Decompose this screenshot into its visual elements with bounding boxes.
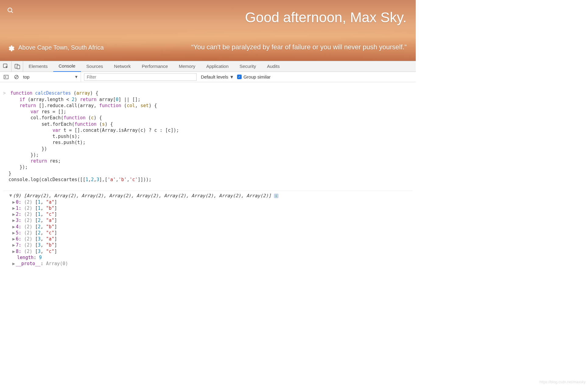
tab-memory[interactable]: Memory — [173, 61, 201, 72]
log-levels-selector[interactable]: Default levels ▼ — [201, 74, 234, 79]
quote-text: “You can't be paralyzed by fear of failu… — [191, 43, 407, 51]
svg-point-0 — [8, 8, 12, 12]
location-caption: Above Cape Town, South Africa — [18, 44, 104, 51]
svg-line-7 — [15, 76, 18, 78]
array-entry[interactable]: ▶1: (2) [1, "b"] — [3, 205, 413, 211]
console-input-code: > function calcDescartes (array) { if (a… — [3, 90, 413, 183]
array-entry[interactable]: ▶6: (2) [3, "a"] — [3, 236, 413, 242]
chevron-down-icon: ▼ — [74, 75, 78, 79]
tab-elements[interactable]: Elements — [23, 61, 53, 72]
hero-banner: Good afternoon, Max Sky. Above Cape Town… — [0, 0, 416, 61]
array-entry[interactable]: ▶7: (2) [3, "b"] — [3, 242, 413, 248]
svg-line-1 — [11, 11, 13, 13]
inspect-element-icon[interactable] — [0, 61, 12, 72]
search-icon[interactable] — [7, 7, 14, 14]
svg-rect-4 — [17, 65, 20, 69]
tab-network[interactable]: Network — [109, 61, 136, 72]
array-entry[interactable]: ▶4: (2) [2, "b"] — [3, 224, 413, 230]
greeting-text: Good afternoon, Max Sky. — [245, 9, 407, 26]
group-label: Group similar — [243, 74, 271, 79]
tab-sources[interactable]: Sources — [81, 61, 109, 72]
tab-security[interactable]: Security — [234, 61, 261, 72]
console-toolbar: top ▼ Default levels ▼ ✓ Group similar — [0, 72, 416, 82]
tab-audits[interactable]: Audits — [261, 61, 285, 72]
execution-context-selector[interactable]: top ▼ — [23, 72, 81, 82]
array-entry[interactable]: ▶3: (2) [2, "a"] — [3, 217, 413, 223]
array-entry[interactable]: ▶0: (2) [1, "a"] — [3, 199, 413, 205]
array-entry[interactable]: ▶5: (2) [2, "c"] — [3, 230, 413, 236]
chevron-down-icon: ▼ — [229, 74, 234, 79]
devtools-tab-bar: ElementsConsoleSourcesNetworkPerformance… — [0, 61, 416, 72]
output-header[interactable]: ▼(9) [Array(2), Array(2), Array(2), Arra… — [3, 193, 413, 199]
tab-performance[interactable]: Performance — [136, 61, 173, 72]
array-entry[interactable]: ▶2: (2) [1, "c"] — [3, 211, 413, 217]
tab-console[interactable]: Console — [53, 61, 81, 72]
proto-property[interactable]: ▶__proto__: Array(0) — [3, 261, 413, 267]
console-sidebar-toggle-icon[interactable] — [2, 73, 10, 81]
device-toggle-icon[interactable] — [12, 61, 23, 72]
tab-application[interactable]: Application — [201, 61, 234, 72]
console-log-output: ▼(9) [Array(2), Array(2), Array(2), Arra… — [3, 191, 413, 267]
clear-console-icon[interactable] — [13, 73, 20, 81]
context-label: top — [23, 74, 30, 79]
length-property: length: 9 — [3, 254, 413, 261]
filter-input[interactable] — [84, 73, 197, 81]
levels-label: Default levels — [201, 74, 228, 79]
info-icon: i — [274, 194, 278, 198]
console-output: > function calcDescartes (array) { if (a… — [0, 82, 416, 279]
group-similar-toggle[interactable]: ✓ Group similar — [237, 74, 271, 79]
checkbox-checked-icon: ✓ — [237, 75, 242, 79]
gear-icon[interactable] — [7, 44, 15, 52]
array-entry[interactable]: ▶8: (2) [3, "c"] — [3, 248, 413, 254]
